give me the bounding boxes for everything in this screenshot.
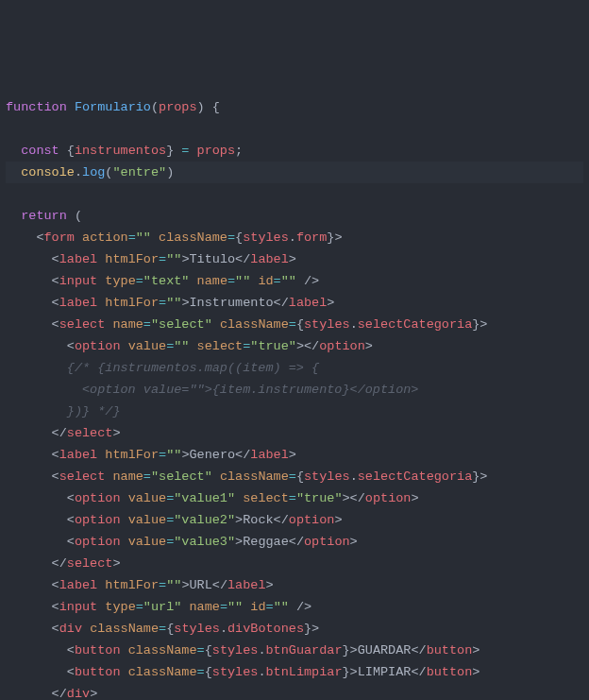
code-line: const {instrumentos} = props; — [6, 140, 583, 162]
code-line — [6, 183, 583, 205]
code-line: <option value="">{item.instrumento}</opt… — [6, 379, 583, 401]
code-line: <option value="value2">Rock</option> — [6, 509, 583, 531]
code-line: <button className={styles.btnLimpiar}>LI… — [6, 661, 583, 683]
code-line: <button className={styles.btnGuardar}>GU… — [6, 640, 583, 661]
code-line: <label htmlFor="">URL</label> — [6, 574, 583, 596]
code-line: <label htmlFor="">Titulo</label> — [6, 248, 583, 270]
code-line: <option value="value1" select="true"></o… — [6, 487, 583, 509]
code-line: {/* {instrumentos.map((item) => { — [6, 357, 583, 379]
code-line: <select name="select" className={styles.… — [6, 466, 583, 487]
code-line: </div> — [6, 683, 583, 700]
code-line: <form action="" className={styles.form}> — [6, 227, 583, 248]
code-line: <label htmlFor="">Instrumento</label> — [6, 292, 583, 314]
code-line: </select> — [6, 553, 583, 574]
code-line: </select> — [6, 422, 583, 444]
code-line: <option value="value3">Reggae</option> — [6, 531, 583, 553]
code-line: <input type="url" name="" id="" /> — [6, 596, 583, 618]
code-line: console.log("entre") — [6, 162, 583, 183]
code-line: function Formulario(props) { — [6, 96, 583, 118]
code-line: })} */} — [6, 401, 583, 422]
code-line: <option value="" select="true"></option> — [6, 335, 583, 357]
code-line: return ( — [6, 205, 583, 227]
code-line: <input type="text" name="" id="" /> — [6, 270, 583, 292]
code-line: <div className={styles.divBotones}> — [6, 618, 583, 640]
code-line: <label htmlFor="">Genero</label> — [6, 444, 583, 466]
code-line: <select name="select" className={styles.… — [6, 314, 583, 335]
code-line — [6, 118, 583, 140]
code-block: function Formulario(props) { const {inst… — [6, 96, 583, 700]
